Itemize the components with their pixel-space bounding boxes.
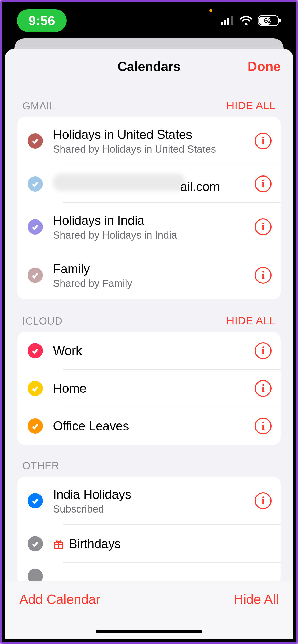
info-button[interactable]: i — [255, 380, 272, 397]
bottom-toolbar: Add Calendar Hide All — [5, 581, 293, 639]
calendar-row-india-holidays[interactable]: India Holidays Subscribed i — [17, 477, 281, 525]
svg-text:62: 62 — [264, 17, 272, 24]
add-calendar-button[interactable]: Add Calendar — [19, 592, 100, 607]
info-icon: i — [262, 135, 265, 147]
section-title: OTHER — [22, 460, 59, 472]
sheet-content: GMAIL HIDE ALL Holidays in United States… — [5, 84, 293, 639]
checkmark-toggle[interactable] — [28, 219, 43, 235]
svg-point-4 — [245, 23, 247, 25]
calendar-name: Holidays in India — [53, 213, 255, 228]
section-header-gmail: GMAIL HIDE ALL — [17, 84, 281, 117]
info-button[interactable]: i — [255, 133, 272, 149]
checkmark-toggle[interactable] — [28, 133, 43, 149]
svg-rect-3 — [231, 16, 233, 25]
calendar-name: India Holidays — [53, 487, 255, 502]
section-title: GMAIL — [22, 100, 55, 112]
checkmark-toggle[interactable] — [28, 176, 43, 192]
cellular-signal-icon — [221, 16, 234, 25]
svg-rect-0 — [221, 22, 223, 25]
info-button[interactable]: i — [255, 218, 272, 235]
calendar-subtitle: Shared by Holidays in United States — [53, 143, 255, 155]
hide-all-button[interactable]: Hide All — [234, 592, 279, 607]
status-bar: 9:56 62 — [2, 2, 296, 40]
home-indicator[interactable] — [96, 630, 202, 633]
info-button[interactable]: i — [255, 492, 272, 509]
wifi-icon — [239, 16, 253, 25]
sheet-title: Calendars — [118, 59, 181, 74]
calendar-row-birthdays[interactable]: Birthdays — [17, 525, 281, 563]
calendar-group-other: India Holidays Subscribed i Birthdays — [17, 477, 281, 584]
info-icon: i — [262, 495, 265, 506]
calendar-row-family[interactable]: Family Shared by Family i — [17, 251, 281, 299]
gift-icon — [53, 538, 64, 549]
svg-rect-1 — [224, 20, 226, 25]
sheet-header: Calendars Done — [5, 49, 293, 84]
svg-rect-7 — [279, 19, 281, 22]
calendar-name: Holidays in United States — [53, 127, 255, 142]
info-icon: i — [262, 383, 265, 394]
checkmark-toggle[interactable] — [28, 493, 43, 508]
checkmark-toggle[interactable] — [28, 268, 43, 283]
info-button[interactable]: i — [255, 267, 272, 284]
info-icon: i — [262, 345, 265, 356]
info-button[interactable]: i — [255, 418, 272, 434]
status-time-pill[interactable]: 9:56 — [17, 9, 67, 32]
hide-all-button[interactable]: HIDE ALL — [227, 315, 276, 327]
calendar-row-email[interactable]: ail.com i — [17, 165, 281, 203]
calendar-name: Work — [53, 343, 255, 358]
info-icon: i — [262, 270, 265, 281]
calendar-subtitle: Subscribed — [53, 503, 255, 515]
calendar-subtitle: Shared by Family — [53, 278, 255, 289]
checkmark-toggle[interactable] — [28, 381, 43, 396]
calendar-group-icloud: Work i Home i Office Leaves i — [17, 332, 281, 445]
hide-all-button[interactable]: HIDE ALL — [227, 99, 276, 112]
calendar-row-holidays-india[interactable]: Holidays in India Shared by Holidays in … — [17, 203, 281, 251]
info-button[interactable]: i — [255, 342, 272, 359]
checkmark-toggle[interactable] — [28, 536, 43, 551]
calendar-row-home[interactable]: Home i — [17, 370, 281, 407]
calendar-name: Family — [53, 261, 255, 276]
info-icon: i — [262, 221, 265, 232]
calendar-name: Home — [53, 381, 255, 396]
battery-icon: 62 — [258, 15, 281, 26]
device-frame: 9:56 62 Calendars Done GMAIL HIDE ALL — [0, 0, 298, 644]
section-header-icloud: ICLOUD HIDE ALL — [17, 299, 281, 332]
calendar-name: Birthdays — [53, 536, 275, 551]
svg-rect-2 — [227, 18, 229, 25]
calendar-row-office-leaves[interactable]: Office Leaves i — [17, 407, 281, 445]
status-right: 62 — [221, 15, 281, 26]
calendar-row-holidays-us[interactable]: Holidays in United States Shared by Holi… — [17, 117, 281, 165]
calendar-row-work[interactable]: Work i — [17, 332, 281, 370]
calendar-name: Office Leaves — [53, 419, 255, 433]
section-title: ICLOUD — [22, 315, 62, 327]
section-header-other: OTHER — [17, 445, 281, 477]
done-button[interactable]: Done — [248, 59, 281, 74]
info-button[interactable]: i — [255, 175, 272, 192]
email-suffix: ail.com — [180, 179, 220, 194]
calendar-group-gmail: Holidays in United States Shared by Holi… — [17, 117, 281, 299]
calendar-subtitle: Shared by Holidays in India — [53, 229, 255, 241]
info-icon: i — [262, 420, 265, 432]
checkmark-toggle[interactable] — [28, 418, 43, 434]
calendars-sheet: Calendars Done GMAIL HIDE ALL Holidays i… — [5, 49, 293, 639]
info-icon: i — [262, 178, 265, 189]
privacy-indicator-dot — [209, 9, 212, 12]
redacted-text — [53, 174, 185, 191]
calendar-name: ail.com — [53, 174, 255, 194]
checkmark-toggle[interactable] — [28, 343, 43, 358]
